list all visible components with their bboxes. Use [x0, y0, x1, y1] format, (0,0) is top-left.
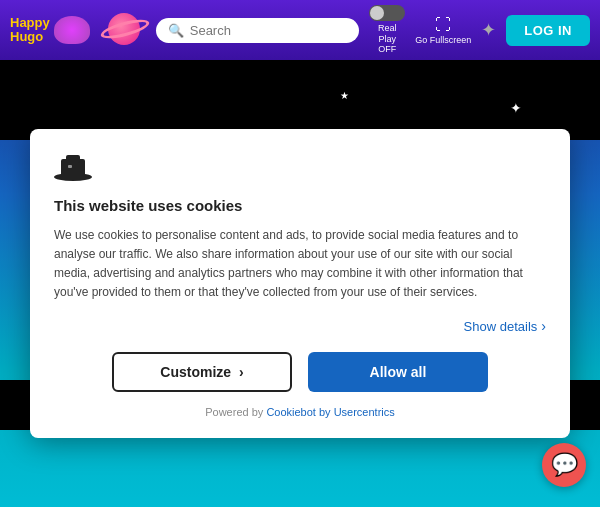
fullscreen-button[interactable]: ⛶ Go Fullscreen	[415, 16, 471, 45]
favorite-star-icon: ✦	[481, 19, 496, 41]
planet-decoration	[100, 5, 150, 55]
show-details-link[interactable]: Show details ›	[464, 318, 546, 334]
customize-button[interactable]: Customize ›	[112, 352, 292, 392]
powered-by-text: Powered by Cookiebot by Usercentrics	[54, 406, 546, 418]
cookiebot-link[interactable]: Cookiebot by Usercentrics	[266, 406, 394, 418]
show-details-label: Show details	[464, 319, 538, 334]
customize-chevron-icon: ›	[239, 364, 244, 380]
cookie-hat-icon	[54, 153, 92, 181]
search-icon: 🔍	[168, 23, 184, 38]
chat-button[interactable]: 💬	[542, 443, 586, 487]
svg-rect-3	[68, 165, 72, 168]
search-input[interactable]	[190, 23, 347, 38]
modal-overlay: This website uses cookies We use cookies…	[0, 60, 600, 507]
show-details-row: Show details ›	[54, 318, 546, 334]
svg-rect-2	[66, 155, 80, 163]
cookie-modal-title: This website uses cookies	[54, 197, 546, 214]
fullscreen-icon: ⛶	[435, 16, 451, 34]
fullscreen-label: Go Fullscreen	[415, 35, 471, 45]
login-button[interactable]: LOG IN	[506, 15, 590, 46]
cookie-button-row: Customize › Allow all	[54, 352, 546, 392]
real-play-toggle[interactable]: Real Play OFF	[369, 5, 405, 55]
chat-icon: 💬	[551, 452, 578, 478]
toggle-label: Real Play OFF	[378, 23, 397, 55]
toggle-knob	[370, 6, 384, 20]
cookie-modal-body: We use cookies to personalise content an…	[54, 226, 546, 303]
site-header: Happy Hugo 🔍 Real Play OFF ⛶ Go Fullscre…	[0, 0, 600, 60]
cookie-consent-modal: This website uses cookies We use cookies…	[30, 129, 570, 439]
toggle-switch[interactable]	[369, 5, 405, 21]
allow-all-button[interactable]: Allow all	[308, 352, 488, 392]
logo-text: Happy Hugo	[10, 16, 50, 45]
logo-area: Happy Hugo	[10, 16, 90, 45]
logo-brain-icon	[54, 16, 90, 44]
chevron-right-icon: ›	[541, 318, 546, 334]
search-bar[interactable]: 🔍	[156, 18, 359, 43]
